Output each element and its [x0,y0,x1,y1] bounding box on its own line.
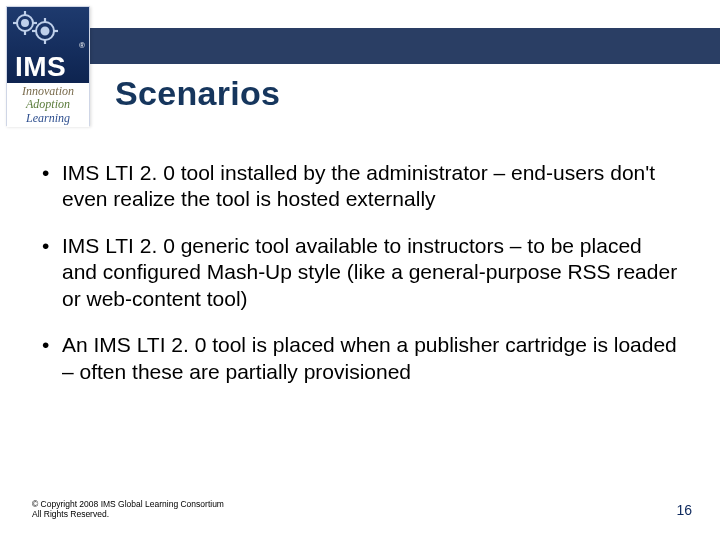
header-bar [80,28,720,64]
page-number: 16 [676,502,692,518]
gears-icon [11,9,61,45]
copyright-footer: © Copyright 2008 IMS Global Learning Con… [32,499,224,520]
slide: ® IMS Innovation Adoption Learning Scena… [0,0,720,540]
bullet-item: IMS LTI 2. 0 tool installed by the admin… [40,160,682,213]
bullet-item: An IMS LTI 2. 0 tool is placed when a pu… [40,332,682,385]
bullet-item: IMS LTI 2. 0 generic tool available to i… [40,233,682,312]
copyright-line1: © Copyright 2008 IMS Global Learning Con… [32,499,224,510]
copyright-line2: All Rights Reserved. [32,509,224,520]
logo-tagline: Innovation Adoption Learning [7,83,89,127]
tagline-learning: Learning [26,112,70,125]
svg-point-3 [42,28,49,35]
slide-body: IMS LTI 2. 0 tool installed by the admin… [40,160,682,405]
logo-acronym: IMS [15,53,66,81]
ims-logo: ® IMS Innovation Adoption Learning [6,6,90,126]
svg-point-1 [22,20,28,26]
tagline-adoption: Adoption [26,98,70,111]
logo-top: ® IMS [7,7,89,83]
slide-title: Scenarios [115,74,280,113]
registered-mark: ® [79,41,85,50]
